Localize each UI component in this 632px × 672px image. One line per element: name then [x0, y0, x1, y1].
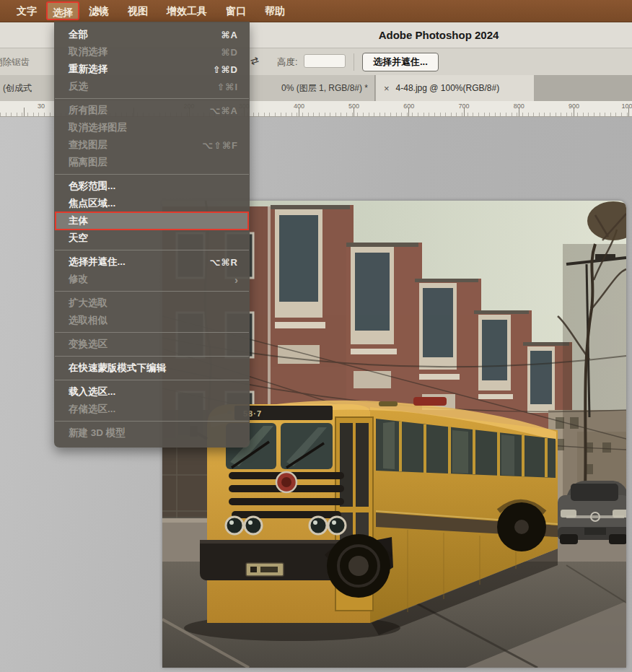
- menu-separator: [55, 356, 249, 357]
- ruler-number: 30: [38, 102, 45, 110]
- menu-item: 存储选区...: [54, 401, 250, 418]
- menu-item[interactable]: 焦点区域...: [54, 195, 250, 212]
- menu-item-label: 全部: [69, 28, 221, 41]
- menu-item-shortcut: ⌘A: [221, 30, 238, 40]
- menu-item-label: 选择并遮住...: [69, 256, 210, 269]
- menu-item-shortcut: ⌥⇧⌘F: [202, 140, 238, 151]
- tab-close-icon[interactable]: ×: [384, 83, 390, 94]
- menu-item-shortcut: ⇧⌘I: [216, 82, 238, 92]
- menu-item-label: 取消选择图层: [69, 121, 238, 134]
- select-and-mask-button[interactable]: 选择并遮住...: [362, 53, 439, 71]
- menu-item-label: 载入选区...: [69, 385, 238, 398]
- menu-item: 新建 3D 模型: [54, 424, 250, 442]
- menu-separator: [55, 332, 249, 333]
- trees-and-streetlight: [558, 201, 626, 511]
- menubar-item-selected-annotated[interactable]: 选择: [46, 1, 79, 20]
- menu-separator: [55, 98, 249, 99]
- menu-separator: [55, 250, 249, 250]
- menu-item-label: 天空: [69, 232, 238, 245]
- menu-item[interactable]: 天空: [54, 230, 250, 247]
- menu-item-label: 所有图层: [69, 104, 210, 117]
- menu-item-label: 新建 3D 模型: [69, 427, 238, 440]
- menu-item-label: 修改: [69, 273, 234, 286]
- menu-item-label: 隔离图层: [69, 156, 238, 169]
- menu-item: 取消选择图层: [54, 119, 250, 136]
- ruler-number: 900: [569, 102, 579, 110]
- menubar-item[interactable]: 帮助: [255, 1, 294, 20]
- menu-item[interactable]: 选择并遮住...⌥⌘R: [54, 253, 250, 271]
- menu-item-label: 扩大选取: [69, 297, 238, 310]
- menubar-item[interactable]: 视图: [118, 1, 157, 20]
- height-label: 高度:: [277, 56, 297, 69]
- options-divider: [354, 53, 354, 71]
- swap-dimensions-icon[interactable]: ⇄: [249, 54, 260, 68]
- menu-separator: [55, 421, 249, 422]
- menubar-item[interactable]: 滤镜: [79, 1, 118, 20]
- ruler-number: 800: [514, 102, 525, 110]
- menu-item-shortcut: ⌥⌘R: [210, 257, 238, 268]
- menubar-item[interactable]: 增效工具: [157, 1, 216, 20]
- ruler-number: 700: [458, 102, 469, 110]
- tab-document-active[interactable]: × 4-48.jpg @ 100%(RGB/8#): [376, 75, 534, 101]
- menu-separator: [55, 291, 249, 292]
- menu-item: 隔离图层: [54, 154, 250, 171]
- tab-title-fragment-left: (创成式: [3, 75, 32, 101]
- menu-item-label: 在快速蒙版模式下编辑: [69, 362, 238, 375]
- menubar: 文字选择滤镜视图增效工具窗口帮助: [0, 0, 632, 22]
- menu-item: 变换选区: [54, 336, 250, 353]
- menu-item: 取消选择⌘D: [54, 43, 250, 61]
- app-title: Adobe Photoshop 2024: [245, 22, 632, 48]
- menu-item[interactable]: 色彩范围...: [54, 178, 250, 195]
- menu-item-shortcut: ⌘D: [221, 47, 238, 58]
- menu-item: 反选⇧⌘I: [54, 78, 250, 95]
- menu-item[interactable]: 载入选区...: [54, 383, 250, 401]
- menu-item-label: 焦点区域...: [69, 197, 238, 210]
- menu-item-label: 选取相似: [69, 314, 238, 327]
- tab-title-fragment-right: 0% (图层 1, RGB/8#) *: [281, 75, 368, 101]
- menu-item-shortcut: ⌥⌘A: [210, 105, 238, 116]
- ruler-number: 500: [348, 102, 359, 110]
- menu-item-label: 存储选区...: [69, 403, 238, 416]
- ruler-number: 600: [403, 102, 414, 110]
- select-menu-dropdown: 全部⌘A取消选择⌘D重新选择⇧⌘D反选⇧⌘I所有图层⌥⌘A取消选择图层查找图层⌥…: [54, 22, 250, 448]
- menu-item-label: 主体: [69, 214, 238, 227]
- height-input[interactable]: [304, 54, 346, 68]
- menu-item[interactable]: 重新选择⇧⌘D: [54, 61, 250, 78]
- menu-item: 修改›: [54, 271, 250, 288]
- antialias-label: 消除锯齿: [0, 56, 30, 69]
- menu-separator: [55, 174, 249, 175]
- menu-item-subject-annotated[interactable]: 主体: [56, 212, 248, 230]
- menubar-item[interactable]: 窗口: [216, 1, 255, 20]
- menu-item-label: 取消选择: [69, 45, 221, 58]
- menu-item: 所有图层⌥⌘A: [54, 102, 250, 119]
- menu-item: 查找图层⌥⇧⌘F: [54, 136, 250, 154]
- menu-item-label: 重新选择: [69, 63, 213, 76]
- menu-item-shortcut: ⇧⌘D: [213, 64, 238, 75]
- menu-item-label: 变换选区: [69, 338, 238, 351]
- menubar-item[interactable]: 文字: [7, 1, 46, 20]
- menu-item-label: 查找图层: [69, 139, 202, 152]
- menu-item: 扩大选取: [54, 294, 250, 312]
- menu-item[interactable]: 在快速蒙版模式下编辑: [54, 359, 250, 377]
- ruler-number: 1000: [622, 102, 632, 110]
- menu-item-label: 色彩范围...: [69, 180, 238, 193]
- ruler-number: 400: [294, 102, 304, 110]
- tab-title: 4-48.jpg @ 100%(RGB/8#): [396, 83, 500, 93]
- menu-item-label: 反选: [69, 80, 216, 93]
- menu-item[interactable]: 全部⌘A: [54, 26, 250, 43]
- menu-item: 选取相似: [54, 312, 250, 329]
- menu-separator: [55, 380, 249, 380]
- submenu-arrow-icon: ›: [234, 274, 238, 285]
